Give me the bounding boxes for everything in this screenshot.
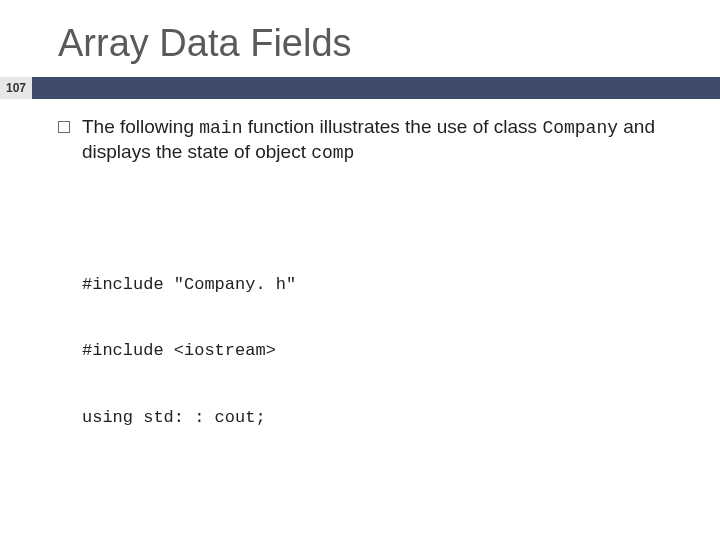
bullet-text: The following main function illustrates … xyxy=(82,115,680,166)
code-section: #include "Company. h" #include <iostream… xyxy=(82,230,680,473)
slide-content: The following main function illustrates … xyxy=(0,99,720,540)
slide: Array Data Fields 107 The following main… xyxy=(0,0,720,540)
slide-title: Array Data Fields xyxy=(0,0,720,77)
inline-code: Company xyxy=(542,118,618,138)
bullet-item: The following main function illustrates … xyxy=(58,115,680,166)
code-line: #include <iostream> xyxy=(82,340,680,362)
code-block: #include "Company. h" #include <iostream… xyxy=(82,186,680,540)
code-line: using std: : cout; xyxy=(82,407,680,429)
code-line: #include "Company. h" xyxy=(82,274,680,296)
inline-code: comp xyxy=(311,143,354,163)
code-section: int main() { Company comp(2); comp. set_… xyxy=(82,535,680,540)
accent-bar: 107 xyxy=(0,77,720,99)
page-number-badge: 107 xyxy=(0,77,32,99)
bullet-text-part: The following xyxy=(82,116,199,137)
inline-code: main xyxy=(199,118,242,138)
bullet-marker-icon xyxy=(58,121,70,133)
bullet-text-part: function illustrates the use of class xyxy=(242,116,542,137)
